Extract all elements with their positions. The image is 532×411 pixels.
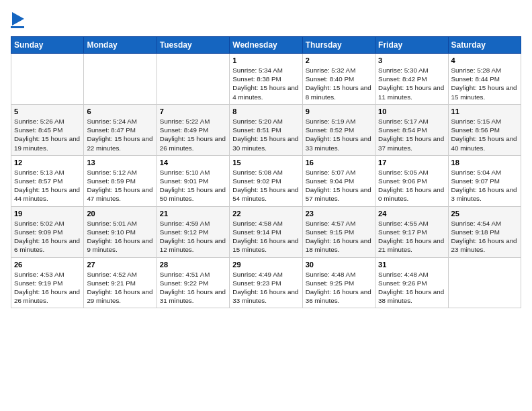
- day-info: Sunrise: 4:54 AM Sunset: 9:18 PM Dayligh…: [451, 219, 518, 255]
- day-info: Sunrise: 5:22 AM Sunset: 8:49 PM Dayligh…: [160, 117, 226, 152]
- day-cell: 12Sunrise: 5:13 AM Sunset: 8:57 PM Dayli…: [11, 155, 84, 206]
- logo: [11, 11, 24, 28]
- day-cell: 13Sunrise: 5:12 AM Sunset: 8:59 PM Dayli…: [84, 155, 157, 206]
- day-cell: 30Sunrise: 4:48 AM Sunset: 9:25 PM Dayli…: [302, 257, 375, 308]
- day-info: Sunrise: 5:34 AM Sunset: 8:38 PM Dayligh…: [232, 66, 299, 101]
- day-cell: 1Sunrise: 5:34 AM Sunset: 8:38 PM Daylig…: [230, 54, 302, 105]
- day-info: Sunrise: 4:59 AM Sunset: 9:12 PM Dayligh…: [160, 219, 226, 255]
- day-number: 8: [232, 107, 299, 116]
- day-cell: 20Sunrise: 5:01 AM Sunset: 9:10 PM Dayli…: [84, 206, 157, 257]
- day-cell: 18Sunrise: 5:04 AM Sunset: 9:07 PM Dayli…: [448, 155, 521, 206]
- day-number: 4: [451, 56, 518, 64]
- day-info: Sunrise: 4:55 AM Sunset: 9:17 PM Dayligh…: [378, 219, 445, 255]
- day-number: 7: [160, 107, 226, 116]
- day-cell: 16Sunrise: 5:07 AM Sunset: 9:04 PM Dayli…: [302, 155, 375, 206]
- day-cell: 4Sunrise: 5:28 AM Sunset: 8:44 PM Daylig…: [448, 54, 521, 105]
- day-cell: 11Sunrise: 5:15 AM Sunset: 8:56 PM Dayli…: [448, 104, 521, 155]
- day-info: Sunrise: 5:04 AM Sunset: 9:07 PM Dayligh…: [451, 168, 518, 203]
- day-cell: 5Sunrise: 5:26 AM Sunset: 8:45 PM Daylig…: [11, 104, 84, 155]
- day-number: 14: [160, 158, 226, 167]
- day-cell: 3Sunrise: 5:30 AM Sunset: 8:42 PM Daylig…: [375, 54, 448, 105]
- day-number: 20: [87, 210, 153, 218]
- day-cell: 8Sunrise: 5:20 AM Sunset: 8:51 PM Daylig…: [230, 104, 302, 155]
- day-cell: 26Sunrise: 4:53 AM Sunset: 9:19 PM Dayli…: [11, 257, 84, 308]
- day-info: Sunrise: 5:32 AM Sunset: 8:40 PM Dayligh…: [306, 66, 372, 101]
- day-info: Sunrise: 5:30 AM Sunset: 8:42 PM Dayligh…: [378, 66, 445, 101]
- weekday-header-wednesday: Wednesday: [230, 37, 302, 54]
- day-cell: 19Sunrise: 5:02 AM Sunset: 9:09 PM Dayli…: [11, 206, 84, 257]
- day-info: Sunrise: 5:13 AM Sunset: 8:57 PM Dayligh…: [14, 168, 81, 203]
- day-info: Sunrise: 5:28 AM Sunset: 8:44 PM Dayligh…: [451, 66, 518, 101]
- day-number: 6: [87, 107, 153, 116]
- day-cell: 22Sunrise: 4:58 AM Sunset: 9:14 PM Dayli…: [230, 206, 302, 257]
- day-info: Sunrise: 5:26 AM Sunset: 8:45 PM Dayligh…: [14, 117, 81, 152]
- logo-underline: [11, 26, 24, 28]
- day-cell: 28Sunrise: 4:51 AM Sunset: 9:22 PM Dayli…: [157, 257, 229, 308]
- day-cell: 27Sunrise: 4:52 AM Sunset: 9:21 PM Dayli…: [84, 257, 157, 308]
- day-info: Sunrise: 5:15 AM Sunset: 8:56 PM Dayligh…: [451, 117, 518, 152]
- day-cell: 25Sunrise: 4:54 AM Sunset: 9:18 PM Dayli…: [448, 206, 521, 257]
- day-info: Sunrise: 5:24 AM Sunset: 8:47 PM Dayligh…: [87, 117, 153, 152]
- weekday-header-sunday: Sunday: [11, 37, 84, 54]
- day-cell: 14Sunrise: 5:10 AM Sunset: 9:01 PM Dayli…: [157, 155, 229, 206]
- day-number: 3: [378, 56, 445, 64]
- day-number: 23: [306, 210, 372, 218]
- day-number: 28: [160, 261, 226, 269]
- page-header: [11, 11, 521, 28]
- day-cell: 2Sunrise: 5:32 AM Sunset: 8:40 PM Daylig…: [302, 54, 375, 105]
- day-cell: 9Sunrise: 5:19 AM Sunset: 8:52 PM Daylig…: [302, 104, 375, 155]
- day-cell: 21Sunrise: 4:59 AM Sunset: 9:12 PM Dayli…: [157, 206, 229, 257]
- day-cell: 31Sunrise: 4:48 AM Sunset: 9:26 PM Dayli…: [375, 257, 448, 308]
- day-number: 5: [14, 107, 81, 116]
- day-number: 11: [451, 107, 518, 116]
- day-number: 26: [14, 261, 81, 269]
- day-number: 29: [232, 261, 299, 269]
- day-info: Sunrise: 5:02 AM Sunset: 9:09 PM Dayligh…: [14, 219, 81, 255]
- day-number: 18: [451, 158, 518, 167]
- weekday-header-row: SundayMondayTuesdayWednesdayThursdayFrid…: [11, 37, 521, 54]
- day-cell: 29Sunrise: 4:49 AM Sunset: 9:23 PM Dayli…: [230, 257, 302, 308]
- day-cell: 23Sunrise: 4:57 AM Sunset: 9:15 PM Dayli…: [302, 206, 375, 257]
- day-cell: 10Sunrise: 5:17 AM Sunset: 8:54 PM Dayli…: [375, 104, 448, 155]
- day-info: Sunrise: 5:10 AM Sunset: 9:01 PM Dayligh…: [160, 168, 226, 203]
- day-cell: [11, 54, 84, 105]
- day-number: 25: [451, 210, 518, 218]
- day-cell: [84, 54, 157, 105]
- day-info: Sunrise: 4:48 AM Sunset: 9:25 PM Dayligh…: [306, 270, 372, 306]
- day-info: Sunrise: 5:12 AM Sunset: 8:59 PM Dayligh…: [87, 168, 153, 203]
- weekday-header-friday: Friday: [375, 37, 448, 54]
- weekday-header-monday: Monday: [84, 37, 157, 54]
- day-cell: 17Sunrise: 5:05 AM Sunset: 9:06 PM Dayli…: [375, 155, 448, 206]
- day-info: Sunrise: 5:07 AM Sunset: 9:04 PM Dayligh…: [306, 168, 372, 203]
- calendar-table: SundayMondayTuesdayWednesdayThursdayFrid…: [11, 36, 521, 308]
- day-number: 30: [306, 261, 372, 269]
- logo-arrow-icon: [12, 12, 24, 26]
- day-info: Sunrise: 4:51 AM Sunset: 9:22 PM Dayligh…: [160, 270, 226, 306]
- day-number: 21: [160, 210, 226, 218]
- day-cell: [157, 54, 229, 105]
- day-info: Sunrise: 5:19 AM Sunset: 8:52 PM Dayligh…: [306, 117, 372, 152]
- day-number: 10: [378, 107, 445, 116]
- week-row-3: 12Sunrise: 5:13 AM Sunset: 8:57 PM Dayli…: [11, 155, 521, 206]
- day-cell: 15Sunrise: 5:08 AM Sunset: 9:02 PM Dayli…: [230, 155, 302, 206]
- weekday-header-thursday: Thursday: [302, 37, 375, 54]
- day-number: 19: [14, 210, 81, 218]
- day-number: 12: [14, 158, 81, 167]
- day-info: Sunrise: 4:53 AM Sunset: 9:19 PM Dayligh…: [14, 270, 81, 306]
- day-number: 16: [306, 158, 372, 167]
- day-info: Sunrise: 5:17 AM Sunset: 8:54 PM Dayligh…: [378, 117, 445, 152]
- day-cell: 6Sunrise: 5:24 AM Sunset: 8:47 PM Daylig…: [84, 104, 157, 155]
- day-cell: [448, 257, 521, 308]
- week-row-5: 26Sunrise: 4:53 AM Sunset: 9:19 PM Dayli…: [11, 257, 521, 308]
- day-info: Sunrise: 4:48 AM Sunset: 9:26 PM Dayligh…: [378, 270, 445, 306]
- day-info: Sunrise: 4:49 AM Sunset: 9:23 PM Dayligh…: [232, 270, 299, 306]
- day-number: 24: [378, 210, 445, 218]
- day-number: 22: [232, 210, 299, 218]
- day-info: Sunrise: 5:05 AM Sunset: 9:06 PM Dayligh…: [378, 168, 445, 203]
- week-row-1: 1Sunrise: 5:34 AM Sunset: 8:38 PM Daylig…: [11, 54, 521, 105]
- day-number: 31: [378, 261, 445, 269]
- day-info: Sunrise: 4:57 AM Sunset: 9:15 PM Dayligh…: [306, 219, 372, 255]
- day-number: 9: [306, 107, 372, 116]
- day-number: 17: [378, 158, 445, 167]
- day-number: 1: [232, 56, 299, 64]
